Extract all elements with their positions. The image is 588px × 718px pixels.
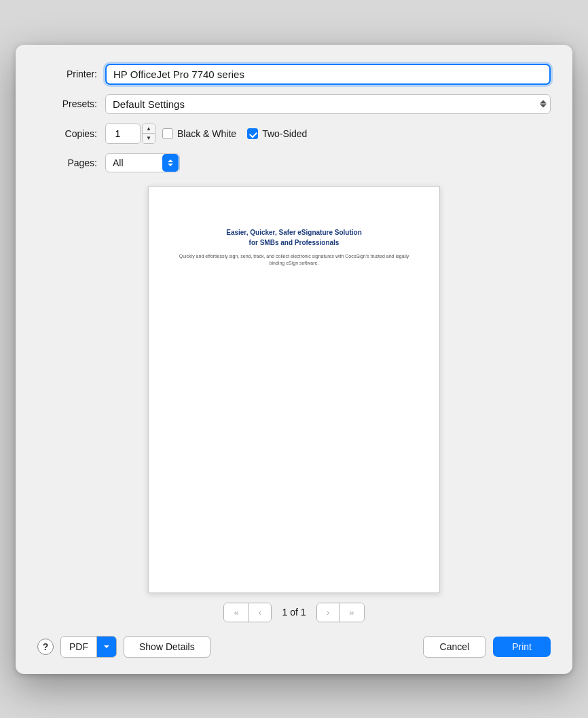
page-indicator: 1 of 1 bbox=[277, 607, 311, 618]
black-white-checkbox[interactable] bbox=[162, 128, 173, 139]
help-button[interactable]: ? bbox=[37, 639, 54, 655]
cancel-button[interactable]: Cancel bbox=[423, 636, 487, 658]
doc-subtitle: Quickly and effortlessly sign, send, tra… bbox=[176, 253, 412, 267]
copies-row: Copies: ▲ ▼ Black & White Two-Sided bbox=[37, 124, 551, 144]
pages-row: Pages: All bbox=[37, 153, 551, 172]
presets-select-wrapper: Default Settings bbox=[105, 94, 551, 114]
presets-select[interactable]: Default Settings bbox=[105, 94, 551, 114]
two-sided-checkbox-wrapper[interactable]: Two-Sided bbox=[247, 128, 307, 139]
copies-increment-button[interactable]: ▲ bbox=[143, 124, 155, 134]
two-sided-checkbox[interactable] bbox=[247, 128, 258, 139]
nav-first-prev-group: « ‹ bbox=[223, 603, 272, 622]
presets-label: Presets: bbox=[37, 98, 105, 109]
pages-label: Pages: bbox=[37, 157, 105, 168]
printer-select-wrapper: HP OfficeJet Pro 7740 series bbox=[105, 64, 551, 85]
pdf-arrow-button[interactable] bbox=[97, 637, 116, 657]
printer-select[interactable]: HP OfficeJet Pro 7740 series bbox=[105, 64, 551, 85]
copies-input-wrapper: ▲ ▼ bbox=[105, 124, 155, 144]
page-preview: Easier, Quicker, Safer eSignature Soluti… bbox=[148, 186, 440, 593]
black-white-label: Black & White bbox=[177, 128, 236, 139]
copies-decrement-button[interactable]: ▼ bbox=[143, 134, 155, 143]
show-details-button[interactable]: Show Details bbox=[124, 636, 210, 658]
preview-section: Easier, Quicker, Safer eSignature Soluti… bbox=[37, 186, 551, 622]
printer-label: Printer: bbox=[37, 69, 105, 79]
doc-title: Easier, Quicker, Safer eSignature Soluti… bbox=[226, 227, 362, 248]
black-white-checkbox-wrapper[interactable]: Black & White bbox=[162, 128, 236, 139]
bottom-bar: ? PDF Show Details Cancel Print bbox=[37, 636, 551, 658]
print-button[interactable]: Print bbox=[493, 637, 551, 657]
copies-input[interactable] bbox=[105, 124, 141, 144]
copies-stepper: ▲ ▼ bbox=[142, 124, 155, 144]
printer-row: Printer: HP OfficeJet Pro 7740 series bbox=[37, 64, 551, 85]
nav-last-button[interactable]: » bbox=[339, 603, 363, 622]
pages-arrow-button[interactable] bbox=[162, 154, 179, 172]
nav-next-button[interactable]: › bbox=[317, 603, 339, 622]
pages-select-wrapper: All bbox=[105, 153, 180, 172]
nav-prev-button[interactable]: ‹ bbox=[249, 603, 271, 622]
copies-controls: ▲ ▼ Black & White Two-Sided bbox=[105, 124, 307, 144]
pagination-row: « ‹ 1 of 1 › » bbox=[223, 603, 364, 622]
nav-first-button[interactable]: « bbox=[224, 603, 249, 622]
presets-row: Presets: Default Settings bbox=[37, 94, 551, 114]
two-sided-label: Two-Sided bbox=[262, 128, 307, 139]
pdf-label-button[interactable]: PDF bbox=[61, 637, 97, 657]
print-dialog: Printer: HP OfficeJet Pro 7740 series Pr… bbox=[16, 45, 572, 674]
nav-next-last-group: › » bbox=[316, 603, 365, 622]
pdf-button-wrapper: PDF bbox=[60, 636, 117, 658]
copies-label: Copies: bbox=[37, 128, 105, 139]
